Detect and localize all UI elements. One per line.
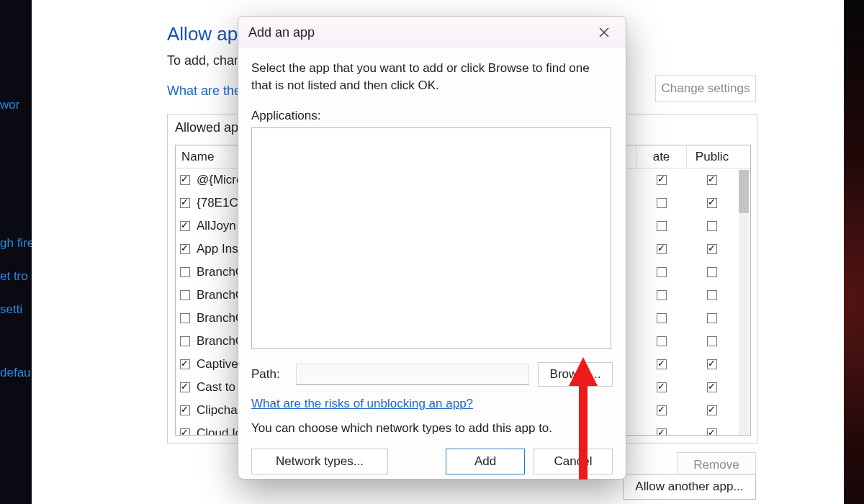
applications-label: Applications: [251, 109, 613, 123]
row-public-checkbox[interactable] [687, 267, 737, 277]
sidebar-link-fragment[interactable]: setti [0, 302, 22, 317]
sidebar-link-fragment[interactable]: gh fire [0, 236, 34, 251]
row-private-checkbox[interactable] [636, 336, 687, 346]
add-button[interactable]: Add [446, 449, 525, 474]
applications-listbox[interactable] [251, 127, 611, 349]
change-settings-button[interactable]: Change settings [655, 75, 756, 102]
row-public-checkbox[interactable] [687, 221, 737, 231]
sidebar-link-fragment[interactable]: defau [0, 366, 31, 380]
cancel-button[interactable]: Cancel [534, 449, 613, 474]
row-enable-checkbox[interactable] [180, 359, 190, 369]
row-enable-checkbox[interactable] [180, 221, 190, 231]
row-enable-checkbox[interactable] [180, 405, 190, 415]
row-public-checkbox[interactable] [687, 405, 737, 415]
row-public-checkbox[interactable] [687, 198, 737, 208]
dialog-titlebar[interactable]: Add an app [238, 17, 626, 48]
dialog-instructions: Select the app that you want to add or c… [251, 60, 613, 94]
row-enable-checkbox[interactable] [180, 244, 190, 254]
list-scrollbar[interactable] [739, 170, 749, 435]
row-private-checkbox[interactable] [636, 428, 687, 436]
row-enable-checkbox[interactable] [180, 428, 190, 436]
row-private-checkbox[interactable] [636, 382, 687, 392]
row-enable-checkbox[interactable] [180, 313, 190, 323]
row-enable-checkbox[interactable] [180, 382, 190, 392]
unblocking-risks-link[interactable]: What are the risks of unblocking an app? [251, 397, 473, 410]
row-public-checkbox[interactable] [687, 175, 737, 185]
column-private[interactable]: ate [636, 145, 687, 168]
dialog-title: Add an app [248, 25, 315, 40]
row-private-checkbox[interactable] [636, 290, 687, 300]
add-app-dialog: Add an app Select the app that you want … [238, 16, 626, 480]
row-public-checkbox[interactable] [687, 313, 737, 323]
row-private-checkbox[interactable] [636, 313, 687, 323]
sidebar-link-fragment[interactable]: wor [0, 98, 19, 112]
row-public-checkbox[interactable] [687, 359, 737, 369]
row-public-checkbox[interactable] [687, 290, 737, 300]
close-icon[interactable] [593, 21, 616, 44]
row-public-checkbox[interactable] [687, 382, 737, 392]
network-types-button[interactable]: Network types... [251, 449, 388, 474]
sidebar-fragment: worgh fireet trosettidefau [0, 0, 32, 504]
row-private-checkbox[interactable] [636, 198, 687, 208]
row-enable-checkbox[interactable] [180, 198, 190, 208]
row-enable-checkbox[interactable] [180, 336, 190, 346]
path-label: Path: [251, 367, 287, 382]
scrollbar-thumb[interactable] [739, 170, 749, 213]
row-enable-checkbox[interactable] [180, 175, 190, 185]
row-enable-checkbox[interactable] [180, 290, 190, 300]
row-private-checkbox[interactable] [636, 267, 687, 277]
row-public-checkbox[interactable] [687, 428, 737, 436]
row-private-checkbox[interactable] [636, 175, 687, 185]
row-private-checkbox[interactable] [636, 244, 687, 254]
path-input[interactable] [296, 364, 529, 385]
row-private-checkbox[interactable] [636, 221, 687, 231]
row-public-checkbox[interactable] [687, 244, 737, 254]
row-enable-checkbox[interactable] [180, 267, 190, 277]
browse-button[interactable]: Browse... [538, 362, 613, 387]
sidebar-link-fragment[interactable]: et tro [0, 269, 28, 284]
network-types-description: You can choose which network types to ad… [251, 421, 613, 436]
row-private-checkbox[interactable] [636, 405, 687, 415]
allow-another-app-button[interactable]: Allow another app... [623, 474, 756, 500]
row-public-checkbox[interactable] [687, 336, 737, 346]
column-public[interactable]: Public [687, 145, 737, 168]
row-private-checkbox[interactable] [636, 359, 687, 369]
